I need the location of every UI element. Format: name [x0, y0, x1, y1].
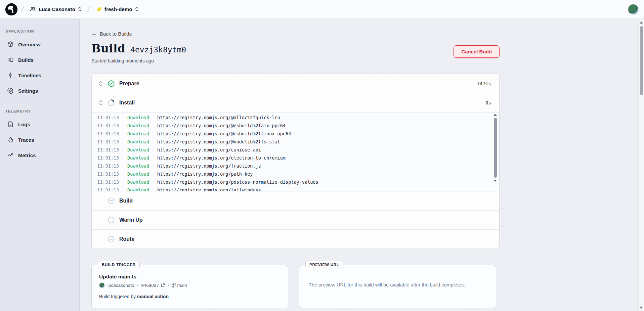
builds-icon — [7, 56, 14, 63]
trigger-description: Build triggered by manual action — [99, 294, 281, 299]
main-content: ← Back to Builds Build 4evzj3k8ytm0 Star… — [80, 19, 638, 311]
project-name: fresh-demo — [104, 6, 132, 12]
step-row-build[interactable]: Build — [92, 191, 499, 210]
top-navbar: / Luca Casonato / fresh-demo — [0, 0, 644, 19]
org-name: Luca Casonato — [39, 6, 75, 12]
sidebar-item-label: Timelines — [18, 73, 41, 78]
step-row-prepare[interactable]: Prepare 747ms — [92, 74, 499, 93]
pending-circle-icon — [108, 216, 115, 224]
back-to-builds-link[interactable]: ← Back to Builds — [91, 31, 132, 37]
build-trigger-chip: BUILD TRIGGER — [98, 261, 140, 268]
back-link-label: Back to Builds — [100, 31, 132, 37]
expand-toggle-icon[interactable] — [98, 81, 103, 86]
commit-hash: 946a0d7 — [141, 283, 159, 288]
sidebar-item-label: Traces — [18, 137, 34, 143]
deno-logo-icon[interactable] — [5, 3, 17, 15]
breadcrumb: / Luca Casonato / fresh-demo — [5, 3, 141, 15]
log-timestamp: 11:31:13 — [97, 186, 123, 191]
fresh-lemon-icon — [96, 6, 102, 12]
org-switcher[interactable]: Luca Casonato — [28, 5, 84, 14]
step-duration: 0s — [485, 100, 491, 105]
log-timestamp: 11:31:13 — [97, 122, 123, 130]
git-branch-icon — [172, 283, 176, 288]
chevron-updown-icon — [78, 7, 82, 11]
pending-circle-icon — [108, 197, 115, 205]
log-line: 11:31:13Downloadhttps://registry.npmjs.o… — [97, 162, 489, 170]
preview-url-message: The preview URL for this build will be a… — [299, 265, 496, 287]
scroll-down-icon[interactable] — [640, 307, 643, 309]
page-scrollbar-thumb[interactable] — [640, 26, 643, 95]
trigger-type: manual action — [137, 294, 169, 299]
sidebar-item-label: Logs — [18, 122, 30, 127]
log-message: https://registry.npmjs.org/electron-to-c… — [157, 154, 286, 162]
branch-link[interactable]: main — [172, 283, 187, 288]
log-line: 11:31:13Downloadhttps://registry.npmjs.o… — [97, 186, 489, 191]
step-duration: 747ms — [477, 81, 491, 86]
log-message: https://registry.npmjs.org/@alloc%2fquic… — [157, 114, 280, 122]
cube-icon — [7, 41, 14, 48]
log-line: 11:31:13Downloadhttps://registry.npmjs.o… — [97, 170, 489, 178]
log-action: Download — [127, 186, 156, 191]
preview-url-card: PREVIEW URL The preview URL for this bui… — [299, 265, 496, 308]
scroll-up-icon[interactable] — [640, 21, 643, 24]
sidebar-item-metrics[interactable]: Metrics — [4, 147, 76, 163]
sidebar-item-traces[interactable]: Traces — [4, 132, 76, 147]
project-switcher[interactable]: fresh-demo — [94, 5, 141, 14]
log-scrollbar[interactable] — [493, 114, 498, 190]
breadcrumb-separator: / — [20, 5, 25, 14]
step-name: Warm Up — [119, 217, 143, 223]
log-action: Download — [127, 138, 156, 146]
log-message: https://registry.npmjs.org/path-key — [157, 170, 253, 178]
step-name: Route — [119, 236, 134, 242]
log-line: 11:31:13Downloadhttps://registry.npmjs.o… — [97, 138, 489, 146]
sidebar-item-label: Overview — [18, 42, 41, 47]
commit-link[interactable]: 946a0d7 — [141, 283, 165, 288]
log-line: 11:31:13Downloadhttps://registry.npmjs.o… — [97, 122, 489, 130]
cancel-build-button[interactable]: Cancel Build — [454, 45, 500, 58]
sidebar-item-label: Builds — [18, 57, 34, 63]
user-avatar[interactable] — [628, 4, 639, 15]
log-action: Download — [127, 154, 156, 162]
preview-url-chip: PREVIEW URL — [305, 261, 343, 268]
log-action: Download — [127, 130, 156, 138]
log-message: https://registry.npmjs.org/caniuse-api — [157, 146, 261, 154]
branch-name: main — [177, 283, 187, 288]
timeline-icon — [7, 72, 14, 79]
log-message: https://registry.npmjs.org/@nodelib%2ffs… — [157, 138, 280, 146]
pending-circle-icon — [108, 235, 115, 243]
sidebar-item-logs[interactable]: Logs — [4, 117, 76, 132]
sidebar-item-timelines[interactable]: Timelines — [4, 68, 76, 83]
log-timestamp: 11:31:13 — [97, 162, 123, 170]
step-row-warm-up[interactable]: Warm Up — [92, 210, 499, 229]
log-action: Download — [127, 114, 156, 122]
chart-icon — [7, 152, 14, 159]
step-row-route[interactable]: Route — [92, 229, 499, 249]
log-timestamp: 11:31:13 — [97, 138, 123, 146]
gear-icon — [7, 87, 14, 94]
page-title: Build — [91, 42, 125, 55]
scroll-down-icon[interactable] — [493, 180, 497, 182]
scroll-up-icon[interactable] — [493, 114, 497, 116]
page-scrollbar[interactable] — [638, 19, 644, 311]
log-message: https://registry.npmjs.org/postcss-norma… — [157, 178, 318, 186]
dot-separator: • — [137, 283, 139, 288]
flame-icon — [7, 136, 14, 143]
sidebar-item-builds[interactable]: Builds — [4, 52, 76, 68]
expand-toggle-icon[interactable] — [98, 100, 103, 105]
build-steps-panel: Prepare 747ms Install 0s 11:31:13Downloa… — [91, 74, 500, 249]
step-row-install[interactable]: Install 0s — [92, 93, 499, 112]
breadcrumb-separator: / — [87, 5, 91, 14]
log-line: 11:31:13Downloadhttps://registry.npmjs.o… — [97, 130, 489, 138]
step-name: Build — [119, 198, 133, 204]
sidebar-section-application: APPLICATION — [4, 27, 76, 37]
log-line: 11:31:13Downloadhttps://registry.npmjs.o… — [97, 146, 489, 154]
log-action: Download — [127, 162, 156, 170]
log-scrollbar-thumb[interactable] — [494, 118, 497, 178]
log-timestamp: 11:31:13 — [97, 178, 123, 186]
author-link[interactable]: lucacasonato — [108, 283, 134, 288]
sidebar-item-settings[interactable]: Settings — [4, 83, 76, 98]
log-message: https://registry.npmjs.org/fraction.js — [157, 162, 261, 170]
sidebar-item-overview[interactable]: Overview — [4, 37, 76, 52]
document-icon — [7, 121, 14, 128]
step-name: Prepare — [119, 81, 139, 87]
